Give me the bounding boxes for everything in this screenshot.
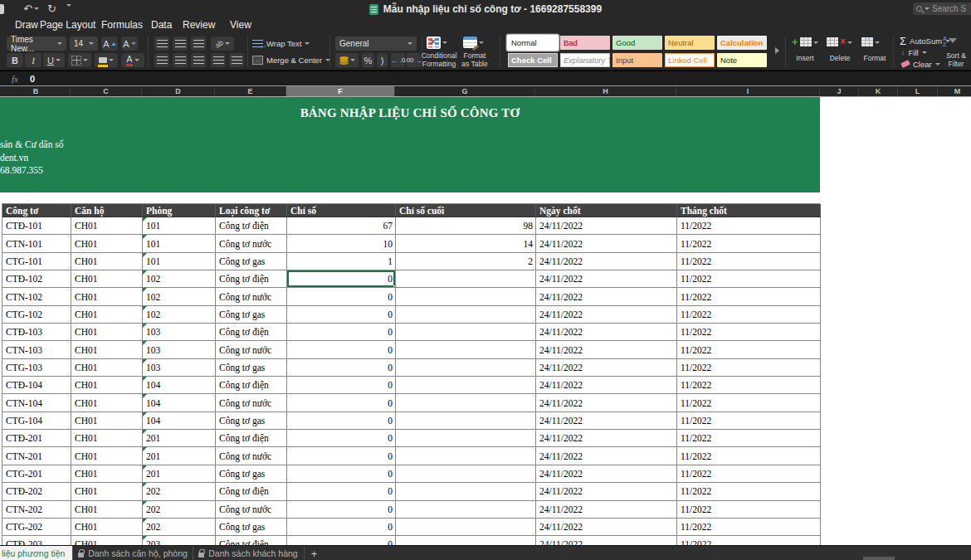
currency-format-button[interactable] xyxy=(335,53,359,67)
more-styles-button[interactable] xyxy=(775,47,779,54)
column-header-I[interactable]: I xyxy=(676,86,820,96)
align-bottom-button[interactable] xyxy=(191,37,206,51)
cell[interactable]: CH01 xyxy=(71,217,143,235)
ribbon-tab-draw[interactable]: Draw xyxy=(15,19,38,31)
cell[interactable]: 11/2022 xyxy=(677,270,821,288)
cell[interactable]: 11/2022 xyxy=(677,536,821,545)
cell[interactable]: 11/2022 xyxy=(677,394,821,411)
selected-cell[interactable]: 0 xyxy=(287,270,396,288)
cell[interactable]: 24/11/2022 xyxy=(536,412,677,430)
column-header-G[interactable]: G xyxy=(395,86,535,96)
cell[interactable]: CH01 xyxy=(71,536,143,545)
decrease-font-button[interactable]: A xyxy=(121,37,138,51)
cell[interactable]: 11/2022 xyxy=(677,483,821,500)
borders-button[interactable] xyxy=(68,53,91,67)
cell[interactable]: CH01 xyxy=(71,359,143,377)
increase-decimal-button[interactable]: ←.0 xyxy=(391,53,405,67)
cell[interactable]: 0 xyxy=(287,377,396,394)
cell[interactable] xyxy=(396,447,536,465)
column-header-C[interactable]: C xyxy=(71,86,142,96)
cell[interactable]: CTĐ-203 xyxy=(2,536,71,545)
increase-indent-button[interactable] xyxy=(229,53,244,67)
cell[interactable]: CTG-104 xyxy=(2,412,71,430)
conditional-formatting-button[interactable]: ≠ xyxy=(427,37,447,49)
cell[interactable] xyxy=(396,501,536,519)
cell[interactable]: CTG-101 xyxy=(2,253,71,270)
cell[interactable] xyxy=(396,377,536,394)
cell[interactable]: 101 xyxy=(143,235,216,252)
cell[interactable]: CTN-101 xyxy=(2,235,71,252)
cell[interactable] xyxy=(396,430,536,447)
cell[interactable]: 0 xyxy=(287,519,396,536)
cell[interactable]: Công tơ điện xyxy=(216,536,287,545)
align-center-button[interactable] xyxy=(173,53,188,67)
fill-button[interactable]: ↓Fill xyxy=(901,46,927,58)
cell[interactable] xyxy=(396,394,536,411)
cell[interactable]: 11/2022 xyxy=(677,412,821,430)
cell[interactable]: CH01 xyxy=(71,483,143,500)
cell-style-good[interactable]: Good xyxy=(612,36,662,50)
cell[interactable]: CH01 xyxy=(71,235,143,252)
cell[interactable]: CTĐ-202 xyxy=(2,483,71,500)
cell[interactable] xyxy=(396,306,536,324)
search-box[interactable]: Search S xyxy=(913,2,971,15)
cell-style-bad[interactable]: Bad xyxy=(560,36,610,50)
column-header-M[interactable]: M xyxy=(938,86,971,96)
cell[interactable]: CTN-104 xyxy=(2,394,71,411)
cell[interactable]: 102 xyxy=(143,270,216,288)
cell[interactable]: 24/11/2022 xyxy=(536,465,677,483)
cell[interactable]: 203 xyxy=(143,536,216,545)
cell[interactable] xyxy=(396,412,536,430)
cell[interactable]: 24/11/2022 xyxy=(536,253,677,270)
cell[interactable]: 11/2022 xyxy=(677,253,821,270)
ribbon-tab-data[interactable]: Data xyxy=(151,19,172,31)
cell[interactable]: CTG-202 xyxy=(2,519,71,536)
cell[interactable]: CH01 xyxy=(71,377,143,394)
cell[interactable]: 24/11/2022 xyxy=(536,288,677,305)
cell[interactable]: CTG-103 xyxy=(2,359,71,377)
cell[interactable]: 104 xyxy=(143,377,216,394)
cell-style-neutral[interactable]: Neutral xyxy=(665,36,715,50)
cell[interactable] xyxy=(396,465,536,483)
cell[interactable]: 202 xyxy=(143,483,216,500)
cell[interactable]: 102 xyxy=(143,288,216,305)
cell[interactable]: 11/2022 xyxy=(677,341,821,358)
cell[interactable]: 103 xyxy=(143,341,216,358)
cell[interactable]: CTN-102 xyxy=(2,288,71,305)
cell[interactable]: 11/2022 xyxy=(677,377,821,394)
cell[interactable]: CH01 xyxy=(71,465,143,483)
cell[interactable] xyxy=(396,519,536,536)
column-header-L[interactable]: L xyxy=(898,86,938,96)
cell[interactable]: CTN-202 xyxy=(2,501,71,519)
decrease-indent-button[interactable] xyxy=(211,53,226,67)
cell[interactable]: 201 xyxy=(143,447,216,465)
cell[interactable]: CTĐ-201 xyxy=(2,430,71,447)
sort-filter-button[interactable]: AZ xyxy=(943,36,957,47)
cell[interactable]: 11/2022 xyxy=(677,519,821,536)
cell[interactable]: CH01 xyxy=(71,288,143,305)
cell[interactable]: 1 xyxy=(287,253,396,270)
cell[interactable]: CTĐ-102 xyxy=(2,270,71,288)
increase-font-button[interactable]: A xyxy=(101,37,118,51)
cell-style-check-cell[interactable]: Check Cell xyxy=(508,53,558,67)
cell[interactable]: Công tơ điện xyxy=(216,217,287,235)
ribbon-tab-page-layout[interactable]: Page Layout xyxy=(40,19,95,31)
cell[interactable]: 10 xyxy=(287,235,396,252)
fill-color-button[interactable] xyxy=(95,53,118,67)
cell[interactable]: 24/11/2022 xyxy=(536,324,677,341)
cell[interactable]: 0 xyxy=(287,359,396,377)
cell[interactable]: 103 xyxy=(143,324,216,341)
italic-button[interactable]: I xyxy=(25,53,41,67)
percent-format-button[interactable]: % xyxy=(362,53,374,67)
cell[interactable]: 11/2022 xyxy=(677,306,821,324)
cell[interactable]: Công tơ điện xyxy=(216,270,287,288)
cell[interactable] xyxy=(396,536,536,545)
cell[interactable]: 102 xyxy=(143,306,216,324)
fill-handle[interactable] xyxy=(393,285,396,288)
align-left-button[interactable] xyxy=(154,53,169,67)
cell[interactable] xyxy=(396,483,536,500)
insert-cells-button[interactable]: + xyxy=(792,37,818,46)
cell[interactable]: CH01 xyxy=(71,341,143,358)
cell[interactable]: CH01 xyxy=(71,412,143,430)
align-middle-button[interactable] xyxy=(173,37,188,51)
